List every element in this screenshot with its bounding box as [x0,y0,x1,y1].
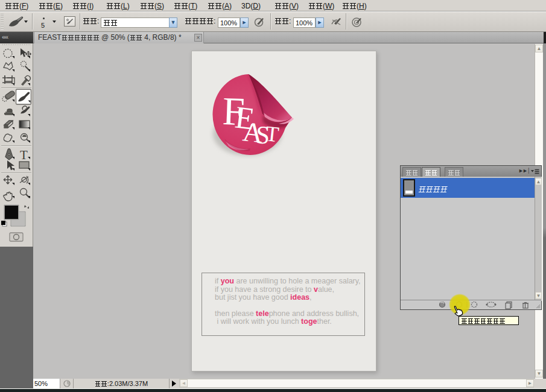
svg-text:T: T [20,148,28,162]
svg-text:T: T [264,121,280,147]
